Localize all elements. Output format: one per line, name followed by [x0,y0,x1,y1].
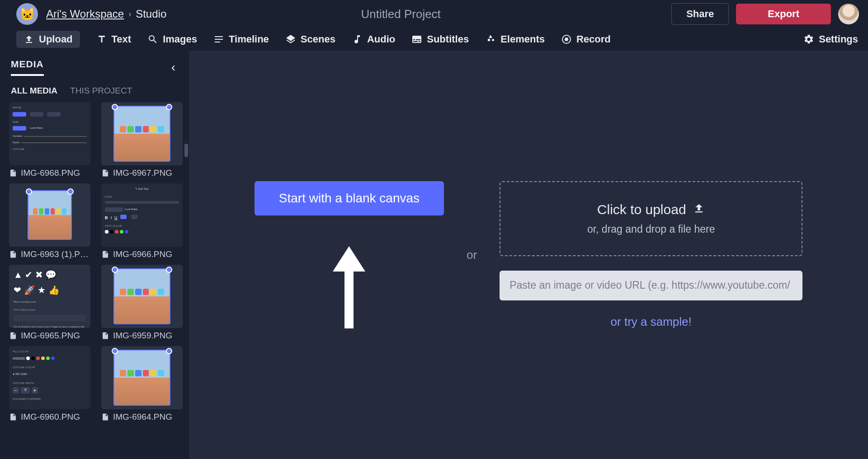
dropzone-main-text: Click to upload [597,202,686,217]
media-grid: IMAGE SIZE Lock Ratio Corners Zoom OUTLI… [9,102,183,422]
subtitles-label: Subtitles [427,33,469,45]
upload-label: Upload [39,33,73,45]
images-tool[interactable]: Images [147,33,197,45]
upload-icon [24,34,34,45]
file-icon [9,413,17,421]
media-thumbnail [101,346,183,409]
scrollbar-thumb[interactable] [184,144,188,157]
file-icon [9,332,17,340]
shapes-icon [485,34,496,45]
media-item[interactable]: ▲ ✔ ✖ 💬 ❤ 🚀 ★ 👍 More coming soon PROGRES… [9,265,90,341]
media-item[interactable]: IMG-6964.PNG [101,346,183,422]
media-thumbnail [101,102,183,165]
svg-point-1 [565,37,568,41]
media-thumbnail: ✎ Edit Text FONT Lock Ratio BIU TEXT COL… [101,183,183,247]
music-icon [352,34,363,45]
media-item[interactable]: IMG-6963 (1).P… [9,183,90,259]
header-actions: Share Export [671,3,859,25]
upload-icon [693,202,705,218]
subtitles-tool[interactable]: Subtitles [411,33,469,45]
media-item[interactable]: IMAGE SIZE Lock Ratio Corners Zoom OUTLI… [9,102,90,178]
file-icon [101,169,109,177]
file-icon [9,169,17,177]
media-filename: IMG-6960.PNG [21,412,80,422]
media-filename: IMG-6964.PNG [113,412,172,422]
media-item[interactable]: IMG-6959.PNG [101,265,183,341]
elements-tool[interactable]: Elements [485,33,545,45]
text-tool[interactable]: Text [96,33,132,45]
media-thumbnail: ▲ ✔ ✖ 💬 ❤ 🚀 ★ 👍 More coming soon PROGRES… [9,265,90,328]
media-filename: IMG-6966.PNG [113,249,172,259]
media-filename: IMG-6967.PNG [113,168,172,178]
scenes-tool[interactable]: Scenes [285,33,335,45]
media-filename: IMG-6965.PNG [21,331,80,341]
file-icon [9,250,17,258]
file-icon [101,413,109,421]
media-filename: IMG-6968.PNG [21,168,80,178]
media-filename: IMG-6959.PNG [113,331,172,341]
chevron-right-icon: › [128,9,131,19]
app-header: 🐱 Ari's Workspace › Studio Untitled Proj… [0,0,868,28]
record-label: Record [576,33,611,45]
settings-label: Settings [819,33,858,45]
media-filename: IMG-6963 (1).P… [21,249,89,259]
breadcrumb: Ari's Workspace › Studio [46,8,166,20]
tab-this-project[interactable]: THIS PROJECT [70,86,132,96]
tab-all-media[interactable]: ALL MEDIA [11,86,57,96]
or-separator: or [467,248,477,262]
media-item[interactable]: ✎ Edit Text FONT Lock Ratio BIU TEXT COL… [101,183,183,259]
gear-icon [803,34,814,45]
timeline-tool[interactable]: Timeline [213,33,269,45]
export-button[interactable]: Export [736,4,831,24]
collapse-sidebar-button[interactable]: ‹ [171,60,178,75]
media-panel-title: MEDIA [11,59,44,76]
arrow-up-icon [332,246,366,328]
media-thumbnail [101,265,183,328]
media-item[interactable]: FILL COLOR #000000 OUTLINE COLOR ● No co… [9,346,90,422]
record-tool[interactable]: Record [561,33,611,45]
media-thumbnail: FILL COLOR #000000 OUTLINE COLOR ● No co… [9,346,90,409]
project-title[interactable]: Untitled Project [166,7,671,21]
text-label: Text [112,33,132,45]
images-label: Images [163,33,197,45]
share-button[interactable]: Share [671,3,729,25]
media-thumbnail [9,183,90,247]
upload-dropzone[interactable]: Click to upload or, drag and drop a file… [500,181,802,256]
file-icon [101,250,109,258]
workspace-link[interactable]: Ari's Workspace [46,8,124,20]
start-blank-canvas-button[interactable]: Start with a blank canvas [255,181,444,215]
timeline-label: Timeline [229,33,269,45]
file-icon [101,332,109,340]
record-icon [561,34,572,45]
try-sample-link[interactable]: or try a sample! [500,315,802,329]
media-tabs: ALL MEDIA THIS PROJECT [0,78,189,102]
chevron-left-icon: ‹ [171,60,175,74]
audio-label: Audio [367,33,395,45]
media-thumbnail: IMAGE SIZE Lock Ratio Corners Zoom OUTLI… [9,102,90,165]
toolbar: Upload Text Images Timeline Scenes Audio… [0,28,868,51]
app-logo: 🐱 [16,3,38,25]
settings-tool[interactable]: Settings [803,33,858,45]
media-url-input[interactable] [500,271,802,300]
text-icon [96,34,107,45]
breadcrumb-section: Studio [136,8,166,20]
audio-tool[interactable]: Audio [352,33,395,45]
media-sidebar: MEDIA ‹ ALL MEDIA THIS PROJECT IMAGE SIZ… [0,51,189,459]
canvas-area: Start with a blank canvas or Click to up… [189,51,868,459]
search-icon [147,34,158,45]
subtitles-icon [411,34,422,45]
user-avatar[interactable] [838,4,859,24]
scenes-label: Scenes [301,33,335,45]
timeline-icon [213,34,224,45]
dropzone-sub-text: or, drag and drop a file here [587,223,715,235]
elements-label: Elements [500,33,545,45]
media-item[interactable]: IMG-6967.PNG [101,102,183,178]
upload-button[interactable]: Upload [16,31,80,48]
layers-icon [285,34,296,45]
